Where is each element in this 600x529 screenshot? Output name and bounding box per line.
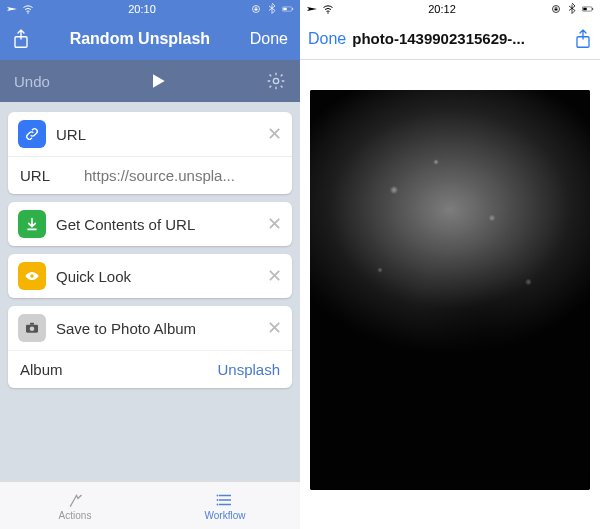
svg-point-17 (217, 503, 219, 505)
photo-title: photo-1439902315629-... (352, 30, 568, 47)
svg-point-10 (30, 326, 35, 331)
workflow-steps: URL ✕ URL https://source.unspla... Get C… (0, 102, 300, 388)
tab-workflow[interactable]: Workflow (150, 482, 300, 529)
tab-label: Actions (59, 510, 92, 521)
photo-preview[interactable] (310, 90, 590, 490)
url-label: URL (20, 167, 70, 184)
svg-rect-11 (30, 323, 34, 325)
svg-point-15 (217, 494, 219, 496)
svg-point-0 (27, 12, 28, 13)
tab-actions[interactable]: Actions (0, 482, 150, 529)
toolbar: Undo (0, 60, 300, 102)
bluetooth-icon (266, 3, 278, 15)
tab-label: Workflow (205, 510, 246, 521)
action-get-contents[interactable]: Get Contents of URL ✕ (8, 202, 292, 246)
album-label: Album (20, 361, 70, 378)
svg-rect-22 (592, 8, 593, 10)
camera-icon (18, 314, 46, 342)
svg-rect-2 (255, 9, 258, 11)
svg-point-7 (273, 78, 278, 83)
svg-rect-20 (555, 9, 558, 11)
workflow-editor-screen: 20:10 Random Unsplash Done Undo (0, 0, 300, 529)
action-save-photo[interactable]: Save to Photo Album ✕ Album Unsplash (8, 306, 292, 388)
action-url[interactable]: URL ✕ URL https://source.unspla... (8, 112, 292, 194)
underwater-photo (310, 90, 590, 490)
svg-point-12 (70, 505, 72, 507)
svg-rect-4 (292, 8, 293, 10)
action-title: URL (56, 126, 257, 143)
battery-icon (582, 3, 594, 15)
done-button[interactable]: Done (250, 30, 288, 48)
nav-bar: Random Unsplash Done (0, 18, 300, 60)
status-bar: 20:12 (300, 0, 600, 18)
svg-rect-5 (283, 8, 286, 11)
nav-bar: Done photo-1439902315629-... (300, 18, 600, 60)
orientation-lock-icon (250, 3, 262, 15)
download-icon (18, 210, 46, 238)
svg-point-13 (76, 494, 78, 496)
bluetooth-icon (566, 3, 578, 15)
orientation-lock-icon (550, 3, 562, 15)
tab-bar: Actions Workflow (0, 481, 300, 529)
svg-point-18 (327, 12, 328, 13)
album-field[interactable]: Unsplash (84, 361, 280, 378)
run-button[interactable] (148, 71, 168, 91)
status-bar: 20:10 (0, 0, 300, 18)
action-title: Save to Photo Album (56, 320, 257, 337)
svg-rect-23 (583, 8, 586, 11)
done-button[interactable]: Done (308, 30, 346, 48)
url-field[interactable]: https://source.unspla... (84, 167, 280, 184)
link-icon (18, 120, 46, 148)
remove-action-button[interactable]: ✕ (267, 317, 282, 339)
photo-viewer-screen: 20:12 Done photo-1439902315629-... (300, 0, 600, 529)
remove-action-button[interactable]: ✕ (267, 265, 282, 287)
status-time: 20:12 (428, 3, 456, 15)
action-title: Quick Look (56, 268, 257, 285)
battery-icon (282, 3, 294, 15)
action-title: Get Contents of URL (56, 216, 257, 233)
eye-icon (18, 262, 46, 290)
share-button[interactable] (12, 28, 30, 50)
svg-point-16 (217, 499, 219, 501)
airplane-mode-icon (306, 3, 318, 15)
airplane-mode-icon (6, 3, 18, 15)
svg-point-8 (30, 274, 33, 277)
remove-action-button[interactable]: ✕ (267, 213, 282, 235)
workflow-title: Random Unsplash (70, 30, 210, 48)
undo-button[interactable]: Undo (14, 73, 50, 90)
share-button[interactable] (574, 28, 592, 50)
settings-button[interactable] (266, 71, 286, 91)
action-quick-look[interactable]: Quick Look ✕ (8, 254, 292, 298)
remove-action-button[interactable]: ✕ (267, 123, 282, 145)
svg-point-14 (80, 494, 82, 496)
status-time: 20:10 (128, 3, 156, 15)
wifi-icon (322, 3, 334, 15)
wifi-icon (22, 3, 34, 15)
